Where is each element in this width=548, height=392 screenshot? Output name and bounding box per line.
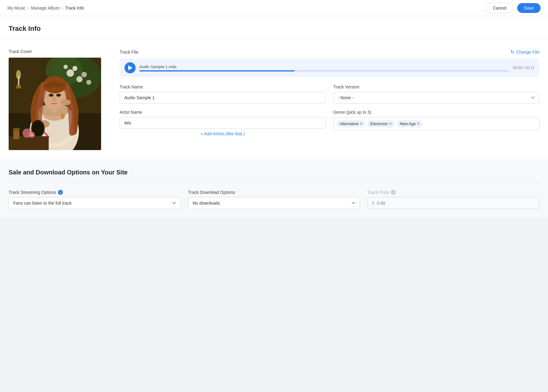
streaming-label: Track Streaming Options i	[9, 190, 181, 195]
genre-tag-electronic: Electronic ×	[367, 120, 395, 127]
svg-point-6	[72, 66, 77, 71]
genre-tag-new-age: New Age ×	[397, 120, 423, 127]
svg-point-28	[61, 99, 71, 105]
streaming-label-text: Track Streaming Options	[9, 190, 56, 195]
genre-tag-new-age-label: New Age	[400, 121, 416, 126]
track-name-input[interactable]	[120, 92, 326, 104]
track-version-label: Track Version	[333, 84, 539, 89]
painting-svg	[9, 58, 101, 150]
track-name-group: Track Name	[120, 84, 326, 104]
track-cover-image	[9, 58, 101, 150]
audio-player: Audio Sample 1.m4a 00:00 / 00:11	[120, 59, 539, 77]
genre-tags-container[interactable]: Alternative × Electronic × New Age ×	[333, 117, 539, 130]
download-label-text: Track Download Options	[188, 190, 235, 195]
svg-point-9	[86, 80, 91, 85]
track-info-header: Track Info	[0, 16, 548, 39]
breadcrumb-track-info: Track Info	[65, 6, 84, 10]
artist-name-label: Artist Name	[120, 110, 326, 115]
cancel-button[interactable]: Cancel	[486, 3, 513, 13]
svg-point-4	[67, 69, 74, 77]
track-file-label: Track File	[120, 50, 138, 55]
genre-tag-alternative-remove[interactable]: ×	[360, 121, 362, 126]
track-version-select[interactable]: - None - Acoustic Club Mix Demo Extended…	[333, 92, 539, 104]
track-name-label: Track Name	[120, 84, 326, 89]
genre-tag-new-age-remove[interactable]: ×	[417, 121, 419, 126]
sale-section-title: Sale and Download Options on Your Site	[9, 169, 539, 176]
streaming-info-icon[interactable]: i	[58, 190, 63, 195]
sale-divider	[9, 182, 539, 182]
track-file-header: Track File ↻ Change File	[120, 49, 539, 55]
svg-point-29	[61, 113, 64, 119]
price-currency: $	[372, 201, 374, 206]
add-artists-button[interactable]: + Add Artists (like feat.)	[120, 131, 326, 136]
audio-info: Audio Sample 1.m4a	[139, 64, 509, 71]
change-file-label: Change File	[516, 50, 540, 55]
artist-genre-row: Artist Name + Add Artists (like feat.) G…	[120, 110, 539, 136]
track-name-version-row: Track Name Track Version - None - Acoust…	[120, 84, 539, 104]
artist-name-input[interactable]	[120, 117, 326, 129]
play-button[interactable]	[125, 62, 136, 73]
svg-rect-12	[16, 85, 21, 88]
play-icon	[128, 65, 133, 70]
audio-time: 00:00 / 00:11	[513, 66, 534, 70]
genre-tag-electronic-remove[interactable]: ×	[389, 121, 392, 126]
price-input[interactable]	[377, 201, 402, 206]
breadcrumb-manage-album[interactable]: Manage Album	[31, 6, 59, 10]
audio-progress-fill	[139, 70, 295, 71]
sale-options-row: Track Streaming Options i Fans can liste…	[9, 190, 539, 209]
svg-point-34	[29, 132, 35, 138]
audio-filename: Audio Sample 1.m4a	[139, 64, 509, 69]
change-file-button[interactable]: ↻ Change File	[510, 49, 540, 55]
genre-tag-electronic-label: Electronic	[370, 121, 388, 126]
svg-point-7	[81, 72, 87, 77]
download-select[interactable]: No downloads Free download Paid download	[188, 197, 360, 209]
track-price-group: Track Price i $	[367, 190, 539, 209]
svg-marker-35	[128, 65, 133, 70]
genre-group: Genre (pick up to 3) Alternative × Elect…	[333, 110, 539, 136]
cover-column: Track Cover	[9, 49, 107, 150]
svg-point-8	[63, 65, 68, 69]
breadcrumb-sep-1: ›	[27, 5, 29, 11]
genre-label: Genre (pick up to 3)	[333, 110, 539, 115]
svg-point-23	[57, 94, 60, 96]
svg-point-32	[13, 128, 20, 131]
breadcrumb-my-music[interactable]: My Music	[7, 6, 26, 10]
price-input-wrapper: $	[367, 197, 539, 209]
download-label: Track Download Options	[188, 190, 360, 195]
artist-name-group: Artist Name + Add Artists (like feat.)	[120, 110, 326, 136]
streaming-options-group: Track Streaming Options i Fans can liste…	[9, 190, 181, 209]
top-bar: My Music › Manage Album › Track Info Can…	[0, 0, 548, 16]
svg-point-11	[16, 70, 21, 79]
breadcrumb: My Music › Manage Album › Track Info	[7, 5, 84, 11]
page-title: Track Info	[9, 25, 539, 33]
price-info-icon[interactable]: i	[391, 190, 396, 195]
price-label: Track Price i	[367, 190, 539, 195]
price-label-text: Track Price	[367, 190, 389, 195]
streaming-select[interactable]: Fans can listen to the full track 30-sec…	[9, 197, 181, 209]
track-version-group: Track Version - None - Acoustic Club Mix…	[333, 84, 539, 104]
breadcrumb-sep-2: ›	[62, 5, 63, 11]
genre-tag-alternative: Alternative ×	[337, 120, 366, 127]
sale-section: Sale and Download Options on Your Site T…	[0, 160, 548, 218]
genre-tag-alternative-label: Alternative	[340, 121, 358, 126]
svg-rect-31	[13, 130, 19, 139]
track-details-panel: Track Cover	[0, 39, 548, 160]
refresh-icon: ↻	[510, 49, 514, 55]
main-content: Track Info Track Cover	[0, 16, 548, 218]
save-button[interactable]: Save	[517, 3, 541, 13]
audio-progress-bar[interactable]	[139, 70, 509, 71]
download-options-group: Track Download Options No downloads Free…	[188, 190, 360, 209]
top-bar-actions: Cancel Save	[486, 3, 541, 13]
svg-point-22	[50, 94, 52, 96]
cover-label: Track Cover	[9, 49, 107, 54]
info-column: Track File ↻ Change File Audio Sample 1.…	[120, 49, 539, 150]
svg-point-5	[76, 76, 83, 82]
